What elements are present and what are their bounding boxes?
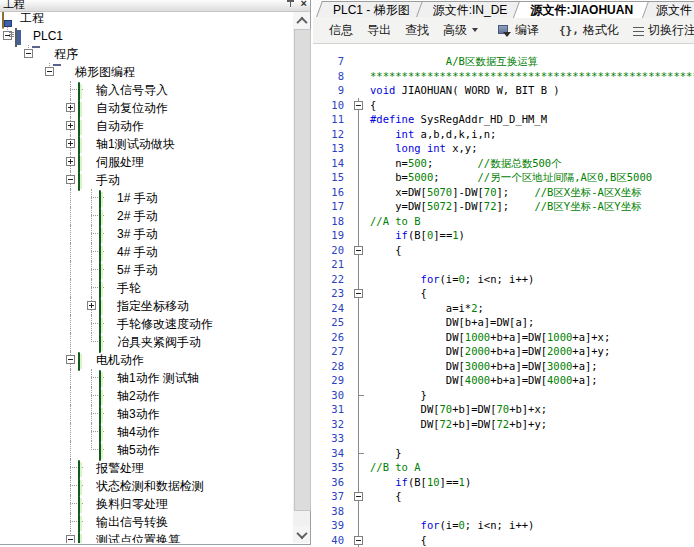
tree-item[interactable]: 工程 — [0, 12, 293, 27]
expander-icon[interactable] — [24, 49, 33, 58]
tree-item[interactable]: 伺服处理 — [0, 153, 293, 171]
line-number[interactable]: 8 — [313, 69, 350, 84]
tree-item-label[interactable]: 电机动作 — [96, 353, 144, 367]
tree-item-label[interactable]: 手动 — [96, 173, 120, 187]
tree-item-label[interactable]: 伺服处理 — [96, 155, 144, 169]
line-number[interactable]: 20 — [313, 243, 350, 258]
line-number[interactable]: 19 — [313, 228, 350, 243]
expander-icon[interactable] — [66, 175, 75, 184]
tree-item[interactable]: 指定坐标移动 — [0, 297, 293, 315]
expander-icon[interactable] — [66, 535, 75, 543]
tree-item[interactable]: 程序 — [0, 45, 293, 63]
tree-item-label[interactable]: 轴5动作 — [117, 443, 160, 457]
tree-item-label[interactable]: 梯形图编程 — [75, 65, 135, 79]
code-line[interactable]: n=500; //数据总数500个 — [370, 156, 562, 171]
tree-item-label[interactable]: 轴3动作 — [117, 407, 160, 421]
line-number[interactable]: 7 — [313, 54, 350, 69]
code-editor[interactable]: 7 A/B区数据互换运算8***************************… — [313, 45, 694, 547]
tree-item[interactable]: 轴5动作 — [0, 441, 293, 459]
line-number[interactable]: 31 — [313, 402, 350, 417]
line-number[interactable]: 10 — [313, 98, 350, 113]
expander-icon[interactable] — [66, 355, 75, 364]
tree-item-label[interactable]: 轴4动作 — [117, 425, 160, 439]
line-number[interactable]: 28 — [313, 359, 350, 374]
tree-item[interactable]: 轴1动作 测试轴 — [0, 369, 293, 387]
format-button[interactable]: 格式化 — [552, 20, 626, 41]
tree-item[interactable]: 轴3动作 — [0, 405, 293, 423]
export-button[interactable]: 导出 — [360, 20, 398, 41]
line-number[interactable]: 25 — [313, 315, 350, 330]
line-number[interactable]: 34 — [313, 446, 350, 461]
toggle-comment-button[interactable]: 切换行注释 — [626, 20, 694, 41]
line-number[interactable]: 38 — [313, 504, 350, 519]
code-line[interactable]: void JIAOHUAN( WORD W, BIT B ) — [370, 83, 560, 98]
tree-item-label[interactable]: 自动复位动作 — [96, 101, 168, 115]
tree-item[interactable]: 梯形图编程 — [0, 63, 293, 81]
scroll-up-button[interactable] — [293, 12, 310, 29]
line-number[interactable]: 11 — [313, 112, 350, 127]
tree-item[interactable]: 3# 手动 — [0, 225, 293, 243]
tree-item[interactable]: 手轮修改速度动作 — [0, 315, 293, 333]
code-line[interactable]: DW[b+a]=DW[a]; — [370, 315, 534, 330]
info-button[interactable]: 信息 — [322, 20, 360, 41]
tree-item[interactable]: 输入信号导入 — [0, 81, 293, 99]
tree-item[interactable]: 状态检测和数据检测 — [0, 477, 293, 495]
tree-scrollbar[interactable] — [293, 12, 310, 543]
code-line[interactable]: //B to A — [370, 460, 421, 475]
code-line[interactable]: { — [370, 533, 427, 547]
tree-item-label[interactable]: 冶具夹紧阀手动 — [117, 335, 201, 349]
tree-item[interactable]: 电机动作 — [0, 351, 293, 369]
line-number[interactable]: 9 — [313, 83, 350, 98]
tree-item[interactable]: PLC1 — [0, 27, 293, 45]
code-line[interactable]: #define SysRegAddr_HD_D_HM_M — [370, 112, 547, 127]
code-line[interactable]: DW[2000+b+a]=DW[2000+a]+y; — [370, 344, 610, 359]
line-number[interactable]: 33 — [313, 431, 350, 446]
line-number[interactable]: 37 — [313, 489, 350, 504]
tree-item[interactable]: 2# 手动 — [0, 207, 293, 225]
code-line[interactable]: { — [370, 286, 427, 301]
line-number[interactable]: 29 — [313, 373, 350, 388]
line-number[interactable]: 23 — [313, 286, 350, 301]
code-line[interactable]: for(i=0; i<n; i++) — [370, 518, 534, 533]
find-button[interactable]: 查找 — [398, 20, 436, 41]
tree-item[interactable]: 冶具夹紧阀手动 — [0, 333, 293, 351]
tree-item-label[interactable]: 4# 手动 — [117, 245, 158, 259]
tree-item[interactable]: 手轮 — [0, 279, 293, 297]
line-number[interactable]: 40 — [313, 533, 350, 547]
tree-item-label[interactable]: 输入信号导入 — [96, 83, 168, 97]
tab-source-jiaohuan[interactable]: 源文件:JIAOHUAN — [516, 0, 642, 17]
line-number[interactable]: 24 — [313, 301, 350, 316]
tree-item[interactable]: 1# 手动 — [0, 189, 293, 207]
compile-button[interactable]: 编译 — [491, 20, 546, 41]
tree-item[interactable]: 轴1测试动做块 — [0, 135, 293, 153]
tree-item-label[interactable]: 测试点位置换算 — [96, 533, 180, 543]
tab-plc1-ladder[interactable]: PLC1 - 梯形图 — [319, 0, 419, 17]
code-line[interactable]: DW[72+b]=DW[72+b]+y; — [370, 417, 547, 432]
tree-item-label[interactable]: PLC1 — [33, 29, 63, 43]
tree-item-label[interactable]: 状态检测和数据检测 — [96, 479, 204, 493]
code-line[interactable]: x=DW[5070]-DW[70]; //B区X坐标-A区X坐标 — [370, 185, 642, 200]
tree-item-label[interactable]: 5# 手动 — [117, 263, 158, 277]
code-line[interactable]: } — [370, 388, 427, 403]
tree-item[interactable]: 输出信号转换 — [0, 513, 293, 531]
line-number[interactable]: 15 — [313, 170, 350, 185]
code-line[interactable]: b=5000; //另一个区地址间隔,A区0,B区5000 — [370, 170, 652, 185]
close-icon[interactable]: × — [301, 0, 307, 8]
code-line[interactable]: DW[3000+b+a]=DW[3000+a]; — [370, 359, 598, 374]
expander-icon[interactable] — [66, 157, 75, 166]
line-number[interactable]: 21 — [313, 257, 350, 272]
tab-source-partial[interactable]: 源文件 — [642, 0, 694, 17]
fold-margin[interactable] — [350, 243, 367, 258]
line-number[interactable]: 22 — [313, 272, 350, 287]
tree-item[interactable]: 换料归零处理 — [0, 495, 293, 513]
line-number[interactable]: 30 — [313, 388, 350, 403]
code-line[interactable]: DW[4000+b+a]=DW[4000+a]; — [370, 373, 598, 388]
line-number[interactable]: 27 — [313, 344, 350, 359]
tree-item[interactable]: 测试点位置换算 — [0, 531, 293, 543]
code-line[interactable]: long int x,y; — [370, 141, 478, 156]
line-number[interactable]: 36 — [313, 475, 350, 490]
tree-item-label[interactable]: 工程 — [20, 12, 44, 25]
code-line[interactable]: //A to B — [370, 214, 421, 229]
code-line[interactable]: int a,b,d,k,i,n; — [370, 127, 496, 142]
tree-item[interactable]: 报警处理 — [0, 459, 293, 477]
